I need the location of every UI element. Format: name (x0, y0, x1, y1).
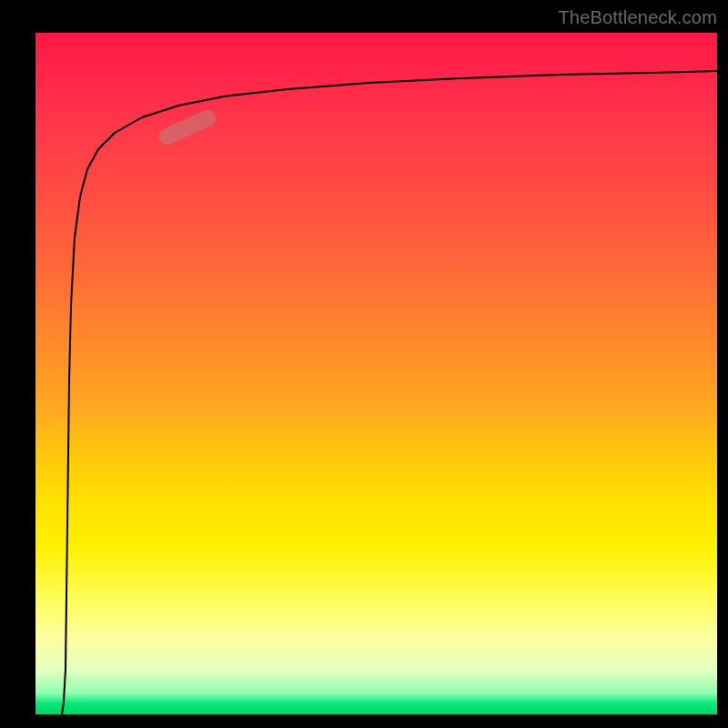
watermark-text: TheBottleneck.com (558, 7, 717, 28)
chart-container: TheBottleneck.com (0, 0, 728, 728)
plot-area (33, 33, 717, 717)
